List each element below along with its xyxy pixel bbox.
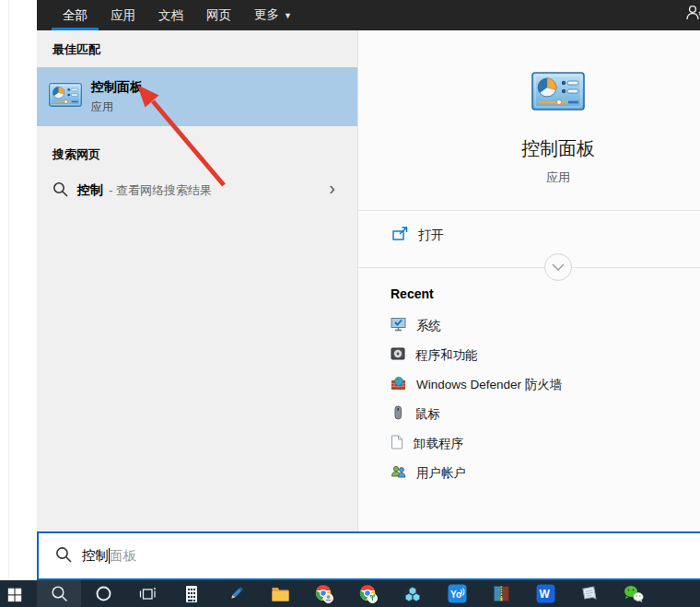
open-command[interactable]: 打开 xyxy=(358,219,444,252)
web-suggestion-row[interactable]: 控制 - 查看网络搜索结果 › xyxy=(37,172,357,209)
web-search-header: 搜索网页 xyxy=(37,135,357,163)
expand-button[interactable] xyxy=(544,253,572,281)
wechat-icon[interactable] xyxy=(612,580,656,607)
chevron-down-icon: ▼ xyxy=(284,11,292,20)
pencil-app-icon[interactable] xyxy=(214,580,258,607)
svg-text:W: W xyxy=(539,588,550,601)
file-explorer-icon[interactable] xyxy=(258,580,302,607)
web-query: 控制 xyxy=(77,182,103,199)
account-icon[interactable] xyxy=(684,4,700,22)
wps-office-icon[interactable]: W xyxy=(523,580,567,607)
recent-item-uninstall[interactable]: 卸载程序 xyxy=(358,429,700,459)
preview-block: 控制面板 应用 xyxy=(358,30,700,186)
search-icon xyxy=(55,546,72,566)
result-title: 控制面板 xyxy=(91,79,143,96)
search-filter-bar: 全部 应用 文档 网页 更多▼ xyxy=(37,0,700,30)
recent-item-system[interactable]: 系统 xyxy=(358,311,700,341)
windows-start-icon[interactable] xyxy=(0,580,37,607)
search-typed-text: 控制 xyxy=(82,547,109,565)
best-match-header: 最佳匹配 xyxy=(37,30,357,58)
user-accounts-icon xyxy=(391,464,406,483)
recent-item-user-accounts[interactable]: 用户帐户 xyxy=(358,459,700,488)
web-hint: - 查看网络搜索结果 xyxy=(109,182,212,199)
filter-tabs: 全部 应用 文档 网页 更多▼ xyxy=(37,0,700,30)
tab-all[interactable]: 全部 xyxy=(63,0,88,30)
chrome-profile2-icon[interactable] xyxy=(346,580,391,607)
divider xyxy=(358,210,700,211)
results-panel: 最佳匹配 控制面板 应用 搜索网页 控制 - 查看网络搜索结果 › xyxy=(37,30,357,531)
result-control-panel[interactable]: 控制面板 应用 xyxy=(37,67,357,126)
programs-features-icon xyxy=(391,346,405,365)
control-panel-icon xyxy=(49,83,82,111)
yo-app-icon[interactable]: Yo xyxy=(435,580,479,607)
chevron-down-icon xyxy=(552,263,565,271)
search-input[interactable]: 控制 面板 xyxy=(37,531,700,580)
preview-title: 控制面板 xyxy=(358,136,700,161)
recent-list: 系统 程序和功能 xyxy=(358,311,700,488)
svg-text:Yo: Yo xyxy=(450,589,461,600)
recent-item-programs[interactable]: 程序和功能 xyxy=(358,341,700,370)
divider xyxy=(358,267,700,268)
taskbar-search-icon[interactable] xyxy=(37,580,81,607)
search-flyout: 全部 应用 文档 网页 更多▼ 最佳匹配 控制面板 应用 搜索网页 xyxy=(37,0,700,580)
hexagon-app-icon[interactable] xyxy=(391,580,435,607)
mouse-icon xyxy=(391,405,405,424)
taskbar: Yo W xyxy=(0,580,700,607)
recent-header: Recent xyxy=(391,286,434,301)
task-view-icon[interactable] xyxy=(125,580,169,607)
tab-apps[interactable]: 应用 xyxy=(111,0,135,30)
chevron-right-icon[interactable]: › xyxy=(329,178,335,199)
system-monitor-icon xyxy=(391,317,406,335)
search-icon xyxy=(52,181,68,201)
search-suggestion-text: 面板 xyxy=(110,547,136,565)
winrar-icon[interactable] xyxy=(479,580,523,607)
background-window xyxy=(0,0,37,580)
uninstall-document-icon xyxy=(391,435,403,453)
open-external-icon xyxy=(392,227,408,245)
chrome-profile1-icon[interactable] xyxy=(302,580,346,607)
tab-documents[interactable]: 文档 xyxy=(158,0,183,30)
notepad-icon[interactable] xyxy=(567,580,612,607)
recent-item-firewall[interactable]: Windows Defender 防火墙 xyxy=(358,370,700,400)
defender-firewall-icon xyxy=(391,376,406,394)
tab-more[interactable]: 更多▼ xyxy=(254,0,292,31)
recent-item-mouse[interactable]: 鼠标 xyxy=(358,400,700,429)
tab-web[interactable]: 网页 xyxy=(206,0,231,30)
control-panel-icon xyxy=(531,72,585,114)
calculator-icon[interactable] xyxy=(169,580,214,607)
cortana-icon[interactable] xyxy=(81,580,125,607)
result-subtitle: 应用 xyxy=(91,99,143,115)
preview-subtitle: 应用 xyxy=(358,169,700,186)
preview-panel: 控制面板 应用 打开 Recent xyxy=(357,30,700,531)
open-label: 打开 xyxy=(418,228,444,244)
